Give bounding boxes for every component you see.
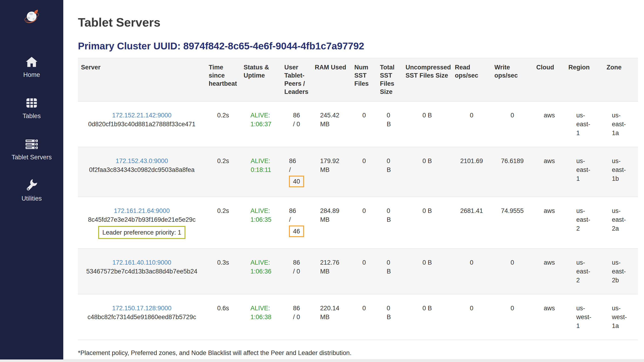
peers-leaders-block: 86/46 [289, 206, 304, 237]
server-uuid: 8c45fd27e3e24b7b93f169de21e5e29c [80, 215, 203, 224]
sidebar-item-home[interactable]: Home [0, 55, 63, 79]
primary-cluster-uuid-heading: Primary Cluster UUID: 8974f842-8c65-4e6f… [78, 41, 644, 52]
server-link[interactable]: 172.161.21.64:9000 [114, 207, 170, 214]
column-header-3: User Tablet-Peers / Leaders [281, 58, 312, 101]
ram-used-cell-value: 245.42 MB [320, 111, 343, 129]
status-block: ALIVE:1:06:35 [250, 206, 271, 224]
read-ops-cell: 2101.69 [452, 147, 492, 197]
status-block: ALIVE:0:18:11 [250, 156, 271, 174]
ram-used-cell: 220.14 MB [312, 294, 351, 340]
zone-cell-value: us-east-2b [612, 258, 630, 285]
ram-used-cell: 284.89 MB [312, 197, 351, 249]
total-sst-size-cell-value: 0 B [387, 156, 393, 174]
leaders-count-highlighted: 46 [289, 226, 304, 237]
write-ops-cell: 0 [492, 101, 533, 147]
total-sst-size-cell: 0 B [377, 101, 402, 147]
ram-used-cell: 245.42 MB [312, 101, 351, 147]
sidebar-item-tablet-servers[interactable]: Tablet Servers [0, 137, 63, 161]
peers-leaders-block: 86/40 [289, 156, 304, 187]
tablet-servers-icon [24, 137, 39, 151]
server-uuid: c48bc82fc7314d5e91860eed87b5729c [80, 313, 203, 321]
server-uuid: 53467572be7c4d13b3ac88d4b7ee5b24 [80, 267, 203, 276]
num-sst-files-cell: 0 [351, 147, 377, 197]
num-sst-files-cell-value: 0 [362, 258, 366, 267]
region-cell-value: us-west-1 [576, 304, 592, 330]
heartbeat-cell: 0.2s [206, 147, 240, 197]
column-header-1: Time since heartbeat [206, 58, 240, 101]
total-sst-size-cell: 0 B [377, 147, 402, 197]
status-cell: ALIVE:0:18:11 [240, 147, 281, 197]
column-header-0: Server [78, 58, 206, 101]
ram-used-cell-value: 220.14 MB [320, 304, 343, 321]
peers-count: 86 [293, 258, 300, 267]
write-ops-cell: 0 [492, 294, 533, 340]
leader-preference-badge: Leader preference priority: 1 [98, 226, 186, 239]
server-cell: 172.152.21.142:90000d820cf1b93c40d881a27… [78, 101, 206, 147]
server-link[interactable]: 172.152.43.0:9000 [116, 157, 168, 164]
zone-cell: us-east-1a [604, 101, 638, 147]
home-icon [24, 55, 39, 69]
cloud-cell-value: aws [544, 258, 555, 267]
region-cell: us-east-2 [565, 249, 604, 294]
num-sst-files-cell-value: 0 [362, 304, 366, 313]
heartbeat-cell: 0.6s [206, 294, 240, 340]
header-row: ServerTime since heartbeatStatus & Uptim… [78, 58, 638, 101]
status-cell: ALIVE:1:06:35 [240, 197, 281, 249]
zone-cell-value: us-west-1a [612, 304, 630, 330]
num-sst-files-cell-value: 0 [362, 156, 366, 165]
write-ops-cell: 0 [492, 249, 533, 294]
column-header-11: Region [565, 58, 604, 101]
tserver-row: 172.150.17.128:9000c48bc82fc7314d5e91860… [78, 294, 638, 340]
server-link[interactable]: 172.161.40.110:9000 [112, 259, 171, 266]
heartbeat-cell: 0.3s [206, 249, 240, 294]
uncompressed-sst-size-cell-value: 0 B [422, 206, 432, 215]
sidebar-item-label: Home [23, 71, 40, 79]
heartbeat-value: 0.6s [217, 304, 229, 313]
region-cell: us-east-1 [565, 101, 604, 147]
uncompressed-sst-size-cell: 0 B [402, 101, 452, 147]
read-ops-cell-value: 2101.69 [460, 156, 483, 165]
heartbeat-value: 0.2s [217, 111, 229, 120]
status-block: ALIVE:1:06:36 [250, 258, 271, 276]
server-cell: 172.161.40.110:900053467572be7c4d13b3ac8… [78, 249, 206, 294]
column-header-6: Total SST Files Size [377, 58, 402, 101]
peers-leaders-cell: 86/ 0 [281, 249, 312, 294]
region-cell: us-east-2 [565, 197, 604, 249]
peers-separator: / [289, 165, 304, 174]
write-ops-cell-value: 0 [510, 304, 514, 313]
server-link[interactable]: 172.150.17.128:9000 [112, 305, 172, 312]
ram-used-cell-value: 212.76 MB [320, 258, 343, 276]
uncompressed-sst-size-cell-value: 0 B [422, 258, 432, 267]
peers-leaders-block: 86/ 0 [293, 258, 300, 276]
leaders-count: / 0 [293, 120, 300, 129]
heartbeat-cell: 0.2s [206, 197, 240, 249]
yugabytedb-logo-icon[interactable] [23, 8, 40, 25]
status-uptime-value: 1:06:36 [250, 267, 271, 276]
uncompressed-sst-size-cell-value: 0 B [422, 111, 432, 120]
server-link[interactable]: 172.152.21.142:9000 [112, 112, 172, 119]
cloud-cell-value: aws [544, 156, 555, 165]
cloud-cell-value: aws [544, 206, 555, 215]
sidebar-item-tables[interactable]: Tables [0, 96, 63, 120]
uncompressed-sst-size-cell-value: 0 B [422, 156, 432, 165]
ram-used-cell: 179.92 MB [312, 147, 351, 197]
column-header-2: Status & Uptime [240, 58, 281, 101]
zone-cell: us-east-1b [604, 147, 638, 197]
tserver-row: 172.161.40.110:900053467572be7c4d13b3ac8… [78, 249, 638, 294]
peers-count: 86 [293, 111, 300, 120]
peers-leaders-block: 86/ 0 [293, 111, 300, 129]
tserver-row: 172.152.21.142:90000d820cf1b93c40d881a27… [78, 101, 638, 147]
status-alive-label: ALIVE: [250, 156, 271, 165]
region-cell-value: us-east-2 [576, 258, 592, 285]
server-cell: 172.150.17.128:9000c48bc82fc7314d5e91860… [78, 294, 206, 340]
peers-leaders-block: 86/ 0 [293, 304, 300, 321]
column-header-8: Read ops/sec [452, 58, 492, 101]
uncompressed-sst-size-cell: 0 B [402, 294, 452, 340]
cloud-cell: aws [533, 249, 565, 294]
sidebar-item-utilities[interactable]: Utilities [0, 178, 63, 202]
read-ops-cell-value: 0 [470, 258, 473, 267]
read-ops-cell: 0 [452, 294, 492, 340]
uncompressed-sst-size-cell: 0 B [402, 197, 452, 249]
ram-used-cell-value: 284.89 MB [320, 206, 343, 224]
sidebar-nav: Home Tables [0, 55, 63, 202]
